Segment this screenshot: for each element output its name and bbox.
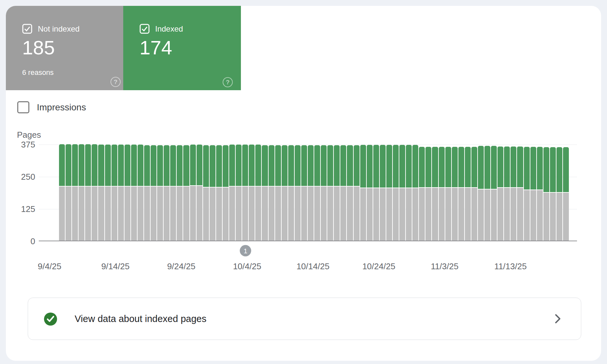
bar-not-indexed-segment[interactable] (439, 188, 445, 241)
chart-bar[interactable] (445, 147, 451, 241)
bar-indexed-segment[interactable] (85, 144, 91, 186)
chart-bar[interactable] (255, 145, 261, 241)
bar-not-indexed-segment[interactable] (373, 188, 379, 241)
chart-bar[interactable] (432, 147, 438, 241)
not-indexed-checkbox-icon[interactable] (22, 24, 32, 34)
bar-indexed-segment[interactable] (262, 145, 268, 186)
bar-indexed-segment[interactable] (340, 145, 346, 186)
chart-bar[interactable] (478, 146, 484, 241)
bar-indexed-segment[interactable] (425, 147, 431, 187)
bar-not-indexed-segment[interactable] (412, 188, 418, 241)
chart-bar[interactable] (223, 145, 229, 241)
chart-bar[interactable] (504, 147, 510, 241)
chart-bar[interactable] (301, 145, 307, 241)
chart-bar[interactable] (399, 145, 405, 241)
bar-indexed-segment[interactable] (471, 147, 477, 187)
bar-indexed-segment[interactable] (556, 147, 562, 192)
bar-indexed-segment[interactable] (530, 147, 536, 189)
bar-not-indexed-segment[interactable] (118, 187, 124, 241)
bar-not-indexed-segment[interactable] (314, 187, 320, 241)
bar-not-indexed-segment[interactable] (432, 188, 438, 241)
bar-indexed-segment[interactable] (314, 145, 320, 186)
bar-not-indexed-segment[interactable] (445, 188, 451, 241)
bar-indexed-segment[interactable] (92, 144, 97, 186)
bar-not-indexed-segment[interactable] (556, 193, 562, 241)
view-indexed-data-row[interactable]: View data about indexed pages (28, 298, 581, 340)
bar-not-indexed-segment[interactable] (491, 189, 497, 241)
chart-bar[interactable] (177, 145, 183, 241)
bar-not-indexed-segment[interactable] (524, 190, 530, 241)
chart-bar[interactable] (511, 147, 516, 241)
chart-bar[interactable] (543, 147, 549, 241)
bar-indexed-segment[interactable] (197, 145, 202, 185)
bar-not-indexed-segment[interactable] (301, 187, 307, 241)
bar-indexed-segment[interactable] (327, 145, 333, 186)
chart-bar[interactable] (419, 147, 425, 241)
bar-indexed-segment[interactable] (59, 144, 65, 186)
bar-indexed-segment[interactable] (164, 145, 170, 186)
chart-bar[interactable] (537, 147, 543, 241)
chart-bar[interactable] (340, 145, 346, 241)
chart-bar[interactable] (530, 147, 536, 241)
bar-indexed-segment[interactable] (360, 145, 366, 188)
bar-indexed-segment[interactable] (216, 145, 222, 187)
bar-indexed-segment[interactable] (131, 145, 137, 186)
bar-not-indexed-segment[interactable] (425, 188, 431, 241)
bar-not-indexed-segment[interactable] (563, 193, 569, 241)
chart-bar[interactable] (484, 146, 490, 241)
bar-indexed-segment[interactable] (439, 147, 445, 187)
chart-bar[interactable] (439, 147, 445, 241)
bar-indexed-segment[interactable] (491, 146, 497, 189)
bar-indexed-segment[interactable] (203, 145, 209, 187)
bar-indexed-segment[interactable] (419, 147, 425, 187)
bar-not-indexed-segment[interactable] (177, 187, 183, 241)
chart-bar[interactable] (412, 145, 418, 241)
chart-bar[interactable] (406, 145, 412, 241)
indexed-checkbox-icon[interactable] (140, 24, 150, 34)
bar-indexed-segment[interactable] (118, 145, 124, 186)
help-icon[interactable]: ? (111, 77, 121, 87)
chart-bar[interactable] (249, 145, 255, 241)
impressions-checkbox[interactable] (17, 101, 29, 113)
bar-not-indexed-segment[interactable] (105, 187, 111, 241)
bar-indexed-segment[interactable] (190, 145, 196, 185)
bar-not-indexed-segment[interactable] (223, 188, 229, 241)
bar-not-indexed-segment[interactable] (262, 187, 268, 241)
bar-indexed-segment[interactable] (138, 145, 143, 186)
bar-not-indexed-segment[interactable] (308, 187, 314, 241)
chart-bar[interactable] (524, 147, 530, 241)
bar-not-indexed-segment[interactable] (360, 188, 366, 241)
chart-bar[interactable] (327, 145, 333, 241)
timeline-event-marker[interactable]: 1 (240, 245, 251, 257)
chart-bar[interactable] (334, 145, 340, 241)
bar-not-indexed-segment[interactable] (537, 190, 543, 241)
bar-indexed-segment[interactable] (223, 145, 229, 187)
chart-bar[interactable] (216, 145, 222, 241)
bar-indexed-segment[interactable] (72, 144, 78, 186)
chart-bar[interactable] (197, 145, 202, 241)
bar-not-indexed-segment[interactable] (131, 187, 137, 241)
chart-bar[interactable] (373, 145, 379, 241)
chart-bar[interactable] (321, 145, 327, 241)
bar-not-indexed-segment[interactable] (282, 187, 288, 241)
chart-bar[interactable] (170, 145, 176, 241)
bar-indexed-segment[interactable] (334, 145, 340, 186)
bar-indexed-segment[interactable] (543, 147, 549, 192)
chart-bar[interactable] (236, 145, 242, 241)
bar-indexed-segment[interactable] (524, 147, 530, 189)
chart-bar[interactable] (164, 145, 170, 241)
bar-indexed-segment[interactable] (275, 145, 281, 186)
bar-not-indexed-segment[interactable] (79, 187, 84, 241)
chart-bar[interactable] (105, 145, 111, 241)
chart-bar[interactable] (183, 145, 189, 241)
bar-indexed-segment[interactable] (210, 145, 215, 187)
bar-indexed-segment[interactable] (347, 145, 353, 186)
bar-not-indexed-segment[interactable] (478, 189, 484, 241)
chart-bar[interactable] (386, 145, 392, 241)
bar-not-indexed-segment[interactable] (72, 187, 78, 241)
chart-bar[interactable] (203, 145, 209, 241)
chart-bar[interactable] (425, 147, 431, 241)
bar-indexed-segment[interactable] (367, 145, 373, 188)
chevron-right-icon[interactable] (554, 313, 561, 324)
chart-bar[interactable] (471, 147, 477, 241)
